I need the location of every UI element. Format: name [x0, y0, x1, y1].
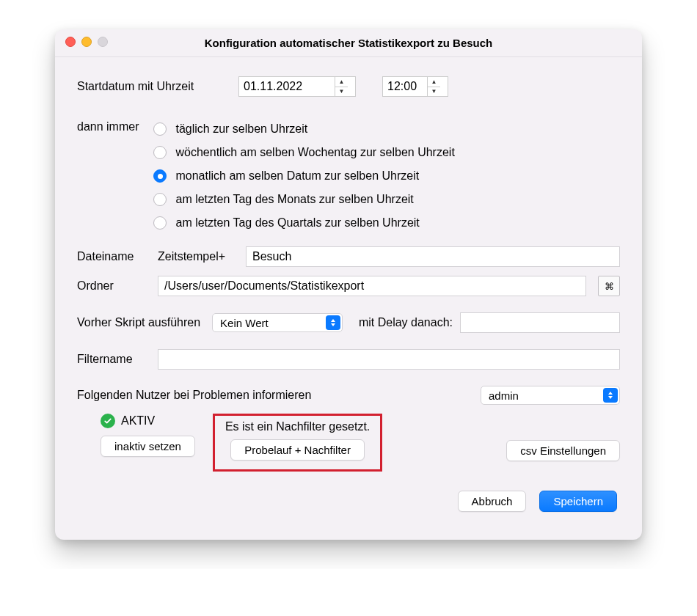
folder-input[interactable] — [158, 276, 586, 296]
titlebar: Konfiguration automatischer Statistikexp… — [55, 29, 642, 57]
label-notify: Folgenden Nutzer bei Problemen informier… — [77, 389, 311, 402]
date-stepper[interactable]: ▲ ▼ — [238, 76, 356, 97]
row-filtername: Filtername — [77, 349, 620, 370]
radio-option-3[interactable]: am letzten Tag des Monats zur selben Uhr… — [153, 188, 454, 211]
status-active: AKTIV — [101, 414, 195, 428]
radio-icon[interactable] — [153, 216, 167, 230]
delay-input[interactable] — [460, 312, 620, 333]
csv-settings-button[interactable]: csv Einstellungen — [506, 440, 620, 461]
radio-label: monatlich am selben Datum zur selben Uhr… — [175, 169, 419, 183]
chevron-down-icon[interactable]: ▼ — [335, 87, 348, 97]
cancel-button[interactable]: Abbruch — [458, 491, 527, 512]
row-recurrence: dann immer täglich zur selben Uhrzeit wö… — [77, 117, 620, 235]
filtername-input[interactable] — [158, 349, 620, 370]
save-button[interactable]: Speichern — [539, 491, 617, 512]
time-input[interactable] — [383, 77, 427, 96]
row-folder: Ordner ⌘ — [77, 276, 620, 296]
recurrence-group: täglich zur selben Uhrzeit wöchentlich a… — [153, 117, 454, 235]
label-filename: Dateiname — [77, 250, 150, 263]
radio-label: am letzten Tag des Monats zur selben Uhr… — [175, 193, 413, 206]
script-select-value: Kein Wert — [220, 317, 320, 329]
window-title: Konfiguration automatischer Statistikexp… — [205, 37, 493, 49]
radio-option-1[interactable]: wöchentlich am selben Wochentag zur selb… — [153, 141, 454, 164]
row-notify: Folgenden Nutzer bei Problemen informier… — [77, 386, 620, 405]
label-timestamp-prefix: Zeitstempel+ — [158, 250, 238, 263]
window-controls — [65, 37, 108, 47]
radio-icon[interactable] — [153, 122, 167, 136]
select-arrows-icon — [326, 315, 340, 330]
status-column: AKTIV inaktiv setzen — [77, 414, 195, 457]
radio-label: wöchentlich am selben Wochentag zur selb… — [175, 146, 454, 159]
footer-buttons: Abbruch Speichern — [77, 491, 620, 512]
date-stepper-buttons[interactable]: ▲ ▼ — [335, 77, 348, 96]
radio-icon[interactable] — [153, 146, 167, 159]
radio-icon[interactable] — [153, 169, 167, 183]
label-recurrence: dann immer — [77, 117, 139, 235]
radio-label: am letzten Tag des Quartals zur selben U… — [175, 216, 419, 230]
zoom-icon — [98, 37, 108, 47]
filename-input[interactable] — [246, 246, 620, 267]
row-status: AKTIV inaktiv setzen Es ist ein Nachfilt… — [77, 414, 620, 472]
chevron-up-icon[interactable]: ▲ — [335, 77, 348, 87]
label-filtername: Filtername — [77, 353, 150, 366]
row-script: Vorher Skript ausführen Kein Wert mit De… — [77, 312, 620, 333]
test-run-button[interactable]: Probelauf + Nachfilter — [230, 439, 365, 461]
radio-option-2[interactable]: monatlich am selben Datum zur selben Uhr… — [153, 164, 454, 188]
time-stepper-buttons[interactable]: ▲ ▼ — [427, 77, 440, 96]
row-filename: Dateiname Zeitstempel+ — [77, 246, 620, 267]
postfilter-highlight: Es ist ein Nachfilter gesetzt. Probelauf… — [213, 414, 382, 472]
label-script: Vorher Skript ausführen — [77, 316, 200, 329]
chevron-up-icon[interactable]: ▲ — [428, 77, 440, 87]
date-input[interactable] — [239, 77, 335, 96]
content-area: Startdatum mit Uhrzeit ▲ ▼ ▲ ▼ dann imme… — [55, 57, 642, 519]
minimize-icon[interactable] — [81, 37, 92, 47]
row-start: Startdatum mit Uhrzeit ▲ ▼ ▲ ▼ — [77, 76, 620, 97]
select-arrows-icon — [603, 388, 618, 403]
finder-icon: ⌘ — [605, 281, 614, 292]
check-icon — [101, 414, 115, 428]
browse-folder-button[interactable]: ⌘ — [598, 276, 620, 296]
radio-icon[interactable] — [153, 193, 167, 206]
csv-column: csv Einstellungen — [506, 414, 620, 461]
radio-option-0[interactable]: täglich zur selben Uhrzeit — [153, 117, 454, 141]
radio-label: täglich zur selben Uhrzeit — [175, 122, 307, 136]
label-start: Startdatum mit Uhrzeit — [77, 80, 231, 93]
notify-user-value: admin — [489, 389, 597, 402]
chevron-down-icon[interactable]: ▼ — [428, 87, 440, 97]
notify-user-select[interactable]: admin — [481, 386, 620, 405]
label-folder: Ordner — [77, 279, 150, 293]
close-icon[interactable] — [65, 37, 76, 47]
radio-option-4[interactable]: am letzten Tag des Quartals zur selben U… — [153, 211, 454, 235]
label-delay: mit Delay danach: — [359, 316, 453, 329]
script-select[interactable]: Kein Wert — [212, 313, 343, 332]
postfilter-message: Es ist ein Nachfilter gesetzt. — [225, 420, 370, 433]
label-active: AKTIV — [121, 414, 155, 428]
set-inactive-button[interactable]: inaktiv setzen — [101, 436, 195, 457]
config-window: Konfiguration automatischer Statistikexp… — [55, 29, 642, 540]
time-stepper[interactable]: ▲ ▼ — [382, 76, 448, 97]
